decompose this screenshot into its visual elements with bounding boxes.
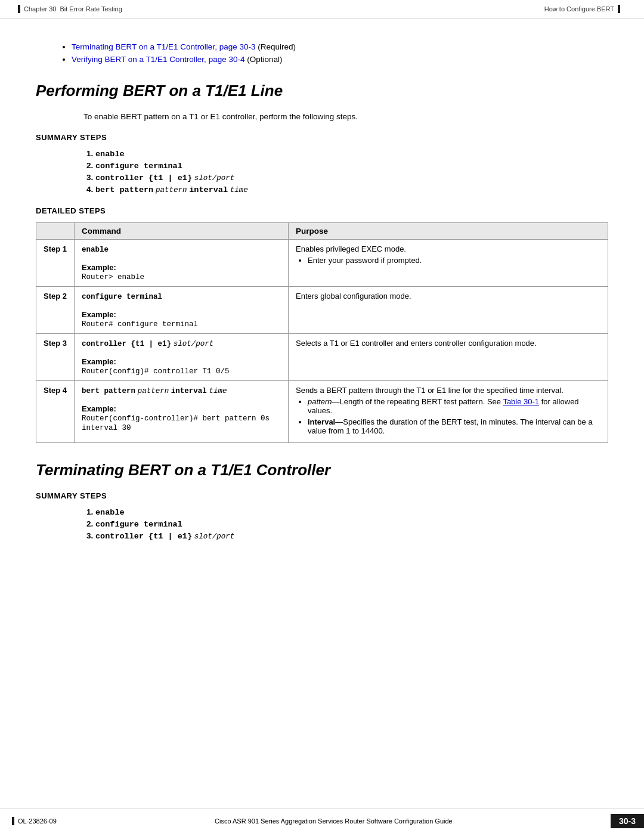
step3-example-code: Router(config)# controller T1 0/5: [82, 367, 230, 376]
terminating-bert-link[interactable]: Terminating BERT on a T1/E1 Controller, …: [72, 42, 255, 51]
summary-step-3-cmd: controller {t1 | e1}: [95, 174, 192, 182]
chapter-title: Bit Error Rate Testing: [60, 5, 122, 13]
header-bar-left: [18, 5, 20, 13]
step3-example-label: Example:: [82, 357, 116, 366]
verifying-bert-link[interactable]: Verifying BERT on a T1/E1 Controller, pa…: [72, 55, 244, 64]
page-number: 30-3: [611, 814, 644, 828]
summary-step-4-cmd2: interval: [189, 185, 228, 194]
step2-cmd-cell: configure terminal Example: Router# conf…: [75, 287, 289, 334]
step1-example-code: Router> enable: [82, 273, 144, 281]
header-right: How to Configure BERT: [544, 5, 620, 13]
summary-step-4-italic2: time: [230, 186, 248, 194]
table-row: Step 3 controller {t1 | e1} slot/port Ex…: [36, 334, 608, 381]
chapter-label: Chapter 30: [24, 5, 56, 13]
footer-right: 30-3: [611, 814, 644, 828]
step2-purpose-main: Enters global configuration mode.: [296, 292, 600, 301]
step2-example-label: Example:: [82, 310, 116, 319]
header-right-label: How to Configure BERT: [544, 5, 614, 13]
detailed-steps-table: Command Purpose Step 1 enable Example: R…: [36, 222, 608, 443]
step2-label: Step 2: [36, 287, 75, 334]
interval-bold: interval: [308, 417, 335, 426]
summary-step-1-text: enable: [95, 150, 125, 159]
table-row: Step 4 bert pattern pattern interval tim…: [36, 381, 608, 443]
step4-cmd-bold2: interval: [171, 387, 207, 395]
intro-bullet-1-suffix: (Required): [258, 42, 296, 51]
step3-purpose-cell: Selects a T1 or E1 controller and enters…: [288, 334, 608, 381]
step1-example-label: Example:: [82, 263, 116, 272]
step1-purpose-main: Enables privileged EXEC mode.: [296, 244, 600, 253]
step4-purpose-bullet-2: interval—Specifies the duration of the B…: [308, 417, 600, 435]
table-link[interactable]: Table 30-1: [503, 397, 539, 406]
summary-step-2-text: configure terminal: [95, 162, 182, 171]
summary-step-2: configure terminal: [95, 161, 608, 171]
step3-label: Step 3: [36, 334, 75, 381]
section1-title: Performing BERT on a T1/E1 Line: [36, 82, 608, 100]
step1-label: Step 1: [36, 240, 75, 287]
section2-summary-step-3: controller {t1 | e1} slot/port: [95, 531, 608, 541]
page-header: Chapter 30 Bit Error Rate Testing How to…: [0, 0, 644, 18]
step4-purpose-bullet-1: pattern—Length of the repeating BERT tes…: [308, 397, 600, 415]
summary-steps-list: enable configure terminal controller {t1…: [83, 149, 608, 194]
s2-step2-text: configure terminal: [95, 520, 182, 529]
summary-step-4-italic1: pattern: [156, 186, 187, 194]
step4-cmd-italic2: time: [209, 387, 227, 395]
intro-bullet-1: Terminating BERT on a T1/E1 Controller, …: [72, 42, 608, 51]
intro-bullet-list: Terminating BERT on a T1/E1 Controller, …: [72, 42, 608, 64]
th-command: Command: [75, 223, 289, 240]
summary-step-4: bert pattern pattern interval time: [95, 185, 608, 194]
th-purpose: Purpose: [288, 223, 608, 240]
section2-title: Terminating BERT on a T1/E1 Controller: [36, 461, 608, 479]
step2-example-code: Router# configure terminal: [82, 320, 198, 329]
footer-bar-left: [12, 817, 14, 825]
step4-cmd-bold1: bert pattern: [82, 387, 135, 395]
step2-cmd: configure terminal: [82, 293, 162, 301]
summary-steps-label: SUMMARY STEPS: [36, 133, 608, 142]
section1-intro: To enable BERT pattern on a T1 or E1 con…: [83, 112, 608, 121]
table-row: Step 2 configure terminal Example: Route…: [36, 287, 608, 334]
step3-cmd-italic: slot/port: [174, 340, 214, 348]
step4-purpose-cell: Sends a BERT pattern through the T1 or E…: [288, 381, 608, 443]
step3-cmd-bold: controller {t1 | e1}: [82, 340, 171, 348]
summary-step-4-cmd1: bert pattern: [95, 185, 153, 194]
header-left: Chapter 30 Bit Error Rate Testing: [18, 5, 122, 13]
s2-step1-text: enable: [95, 508, 125, 517]
footer-center: Cisco ASR 901 Series Aggregation Service…: [57, 817, 611, 825]
summary-step-1: enable: [95, 149, 608, 159]
step1-cmd-cell: enable Example: Router> enable: [75, 240, 289, 287]
step3-purpose-main: Selects a T1 or E1 controller and enters…: [296, 339, 600, 348]
step4-example-code-1: Router(config-controller)# bert pattern …: [82, 414, 270, 423]
th-empty: [36, 223, 75, 240]
table-header-row: Command Purpose: [36, 223, 608, 240]
intro-bullet-2: Verifying BERT on a T1/E1 Controller, pa…: [72, 55, 608, 64]
detailed-steps-label: DETAILED STEPS: [36, 206, 608, 215]
doc-number: OL-23826-09: [18, 817, 57, 825]
footer-left: OL-23826-09: [0, 817, 57, 825]
pattern-italic: pattern: [308, 397, 332, 406]
table-row: Step 1 enable Example: Router> enable En…: [36, 240, 608, 287]
step1-purpose-cell: Enables privileged EXEC mode. Enter your…: [288, 240, 608, 287]
header-bar-right: [618, 5, 620, 13]
summary-step-3: controller {t1 | e1} slot/port: [95, 173, 608, 182]
summary-step-3-italic: slot/port: [194, 174, 235, 182]
section2-summary-step-1: enable: [95, 507, 608, 517]
main-content: Terminating BERT on a T1/E1 Controller, …: [0, 18, 644, 600]
step3-cmd-cell: controller {t1 | e1} slot/port Example: …: [75, 334, 289, 381]
step4-purpose-main: Sends a BERT pattern through the T1 or E…: [296, 386, 600, 395]
intro-bullet-2-suffix: (Optional): [247, 55, 282, 64]
step4-cmd-cell: bert pattern pattern interval time Examp…: [75, 381, 289, 443]
step4-example-code-2: interval 30: [82, 424, 131, 432]
s2-step3-italic: slot/port: [194, 532, 235, 541]
step2-purpose-cell: Enters global configuration mode.: [288, 287, 608, 334]
step4-label: Step 4: [36, 381, 75, 443]
step1-cmd: enable: [82, 246, 109, 254]
section2-summary-label: SUMMARY STEPS: [36, 491, 608, 500]
step4-cmd-italic1: pattern: [138, 387, 169, 395]
s2-step3-cmd: controller {t1 | e1}: [95, 532, 192, 541]
step1-purpose-bullet-1: Enter your password if prompted.: [308, 256, 600, 265]
step4-example-label: Example:: [82, 404, 116, 413]
section2-summary-step-2: configure terminal: [95, 519, 608, 529]
section2-summary-steps: enable configure terminal controller {t1…: [83, 507, 608, 541]
page-footer: OL-23826-09 Cisco ASR 901 Series Aggrega…: [0, 809, 644, 833]
